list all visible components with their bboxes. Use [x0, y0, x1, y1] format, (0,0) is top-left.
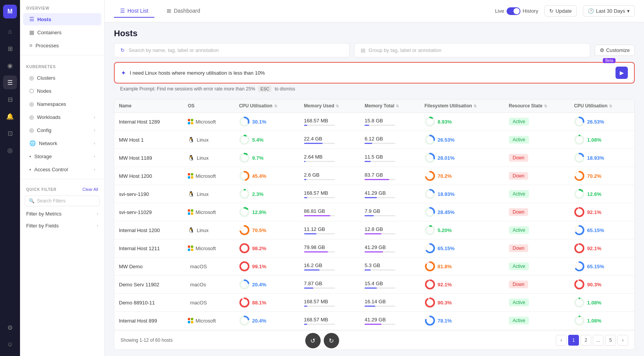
cell-mem-used-0: 168.57 MB: [299, 113, 360, 131]
tab-host-list[interactable]: ☰ Host List: [114, 5, 154, 18]
sidebar-item-config[interactable]: ◎ Config ›: [23, 124, 101, 136]
svg-point-49: [240, 262, 249, 271]
sidebar-item-workloads[interactable]: ◎ Workloads ›: [23, 111, 101, 123]
status-badge-7: Down: [509, 244, 529, 252]
ai-search-input[interactable]: [130, 70, 612, 76]
search-bar[interactable]: ↻ Search by name, tag, label or annotati…: [114, 43, 350, 57]
nav-support-icon[interactable]: ☺: [3, 338, 17, 351]
windows-icon: [188, 318, 193, 323]
filter-by-fields[interactable]: Filter by Fields ›: [20, 220, 104, 232]
clusters-icon: ◎: [29, 75, 34, 81]
mem-total-fill-9: [365, 287, 377, 289]
sidebar-item-nodes[interactable]: ⬡ Nodes: [23, 85, 101, 97]
ai-sparkle-icon: ✦: [121, 69, 126, 77]
tab-dashboard[interactable]: ⊞ Dashboard: [161, 5, 206, 18]
sidebar-item-containers[interactable]: ▦ Containers: [23, 26, 101, 38]
cell-status-5: Down: [504, 203, 570, 221]
group-bar[interactable]: ▤ Group by tag, label or annotation: [354, 43, 590, 57]
nav-chart-icon[interactable]: ◉: [3, 58, 17, 72]
containers-icon: ▦: [29, 29, 34, 35]
mem-total-value-10: 16.14 GB: [365, 299, 415, 304]
date-range-button[interactable]: 🕐 Last 30 Days ▾: [583, 5, 635, 17]
linux-icon: 🐧: [188, 137, 194, 143]
cell-cpu-11: 20.4%: [234, 312, 299, 330]
table-row[interactable]: Internal Host 1200 🐧 Linux 70.5% 11.12 G…: [114, 221, 634, 239]
cell-os-6: 🐧 Linux: [183, 221, 234, 239]
cell-name-6: Internal Host 1200: [114, 221, 183, 239]
nav-device-icon[interactable]: ⊡: [3, 126, 17, 140]
table-row[interactable]: MW Host 1 🐧 Linux 5.4% 22.4 GB: [114, 131, 634, 149]
col-mem-total-label: Memory Total: [365, 103, 394, 109]
app-logo[interactable]: M: [3, 5, 17, 18]
page-2-button[interactable]: 2: [580, 335, 591, 346]
main-content: ☰ Host List ⊞ Dashboard Live History ↻ U…: [105, 0, 644, 356]
cpu-value-5: 12.8%: [252, 209, 266, 215]
page-prev-button[interactable]: ‹: [556, 335, 567, 346]
cell-status-8: Active: [504, 257, 570, 276]
content-area: Hosts ↻ Search by name, tag, label or an…: [105, 22, 644, 356]
bottom-forward-button[interactable]: ↻: [324, 333, 339, 348]
nodes-icon: ⬡: [29, 88, 34, 94]
sidebar-item-network[interactable]: 🌐 Network ›: [23, 137, 101, 149]
nav-profile-icon[interactable]: ◎: [3, 143, 17, 157]
live-toggle-switch[interactable]: [507, 7, 520, 15]
hosts-icon: ☰: [29, 16, 34, 22]
fs-value-3: 70.2%: [438, 173, 452, 179]
ai-submit-button[interactable]: ▶: [616, 67, 628, 79]
sidebar-item-hosts[interactable]: ☰ Hosts: [23, 13, 101, 25]
page-next-button[interactable]: ›: [617, 335, 628, 346]
col-status[interactable]: Resource State⇅: [504, 99, 570, 113]
table-row[interactable]: Demo Serv 11902 macOs 20.4% 7.87 GB: [114, 276, 634, 294]
ai-search-box[interactable]: ✦ ▶: [114, 62, 635, 84]
col-cpu2[interactable]: CPU Utilisation⇅: [569, 99, 634, 113]
os-label-11: Microsoft: [196, 318, 216, 324]
col-mem-used[interactable]: Memory Used⇅: [299, 99, 360, 113]
nav-alert-icon[interactable]: 🔔: [3, 109, 17, 123]
table-scroll[interactable]: Name OS CPU Utilisation⇅ Memory Used⇅ Me…: [114, 99, 634, 331]
sidebar-item-namespaces[interactable]: ◎ Namespaces: [23, 98, 101, 110]
nav-list-icon[interactable]: ☰: [3, 75, 17, 89]
sidebar-item-clusters[interactable]: ◎ Clusters: [23, 72, 101, 84]
customize-button[interactable]: ⚙ Customize: [595, 45, 635, 56]
nav-table-icon[interactable]: ⊟: [3, 92, 17, 106]
table-row[interactable]: Internal Host 899 Microsoft 20.4% 168.57…: [114, 312, 634, 330]
cpu-value-1: 5.4%: [252, 137, 264, 143]
toggle-knob: [514, 8, 520, 14]
nav-settings-icon[interactable]: ⚙: [3, 321, 17, 334]
mem-used-value-1: 22.4 GB: [304, 136, 356, 142]
sidebar-item-access-control[interactable]: ▪ Access Control ›: [23, 163, 101, 175]
cell-cpu2-5: 92.1%: [569, 203, 634, 221]
page-5-button[interactable]: 5: [605, 335, 616, 346]
sidebar-item-processes[interactable]: ≡ Processes: [23, 39, 101, 52]
search-filter-input[interactable]: 🔍 Search Filters: [25, 196, 100, 206]
mem-total-bar-9: [365, 287, 395, 289]
table-row[interactable]: svi-serv-1190 🐧 Linux 2.3% 168.57 MB: [114, 185, 634, 203]
update-button[interactable]: ↻ Update: [544, 5, 577, 17]
table-row[interactable]: Internal Host 1211 Microsoft 98.2% 79.98…: [114, 239, 634, 257]
col-mem-total[interactable]: Memory Total⇅: [360, 99, 420, 113]
status-badge-8: Active: [509, 262, 529, 270]
col-cpu[interactable]: CPU Utilisation⇅: [234, 99, 299, 113]
pagination-controls[interactable]: ‹ 1 2 ... 5 ›: [556, 335, 628, 346]
filter-by-metrics[interactable]: Filter by Metrics ›: [20, 208, 104, 220]
cell-name-9: Demo Serv 11902: [114, 276, 183, 294]
nav-grid-icon[interactable]: ⊞: [3, 42, 17, 55]
table-row[interactable]: svi-serv-11029 Microsoft 12.8% 86.81 GB: [114, 203, 634, 221]
bottom-back-button[interactable]: ↺: [305, 333, 321, 348]
sidebar-item-storage[interactable]: ▪ Storage ›: [23, 150, 101, 162]
mem-total-fill-10: [365, 306, 375, 307]
table-row[interactable]: Demo 88910-11 macOS 88.1% 168.57 MB: [114, 294, 634, 312]
table-row[interactable]: MW Host 1189 🐧 Linux 9.7% 2.64 MB: [114, 149, 634, 167]
table-row[interactable]: MW Demo macOS 99.1% 16.2 GB: [114, 257, 634, 276]
clear-all-button[interactable]: Clear All: [82, 187, 98, 192]
live-toggle[interactable]: Live History: [495, 7, 538, 15]
sidebar-item-hosts-label: Hosts: [37, 17, 51, 22]
col-fs[interactable]: Filesystem Utilisation⇅: [420, 99, 504, 113]
cpu2-value-11: 1.08%: [587, 318, 601, 324]
os-label-8: macOS: [190, 264, 207, 269]
filter-fields-chevron-icon: ›: [97, 224, 98, 228]
nav-home-icon[interactable]: ⌂: [3, 25, 17, 38]
table-row[interactable]: Internal Host 1289 Microsoft 30.1% 168.5…: [114, 113, 634, 131]
table-row[interactable]: MW Host 1200 Microsoft 45.4% 2.6 GB: [114, 167, 634, 185]
page-1-button[interactable]: 1: [568, 335, 579, 346]
